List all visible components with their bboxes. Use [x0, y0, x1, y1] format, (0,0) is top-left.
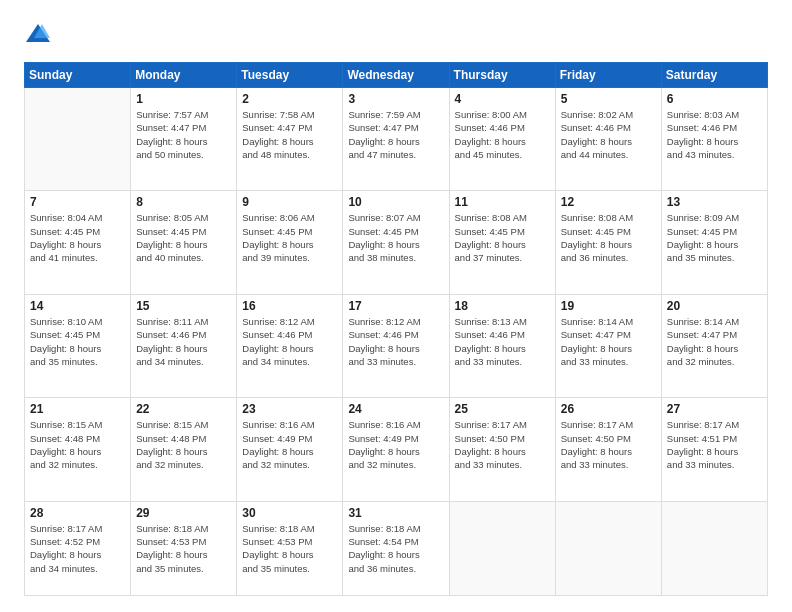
day-number: 5	[561, 92, 656, 106]
col-header-tuesday: Tuesday	[237, 63, 343, 88]
logo-icon	[24, 20, 52, 48]
calendar-week-4: 21Sunrise: 8:15 AM Sunset: 4:48 PM Dayli…	[25, 398, 768, 501]
day-number: 6	[667, 92, 762, 106]
day-info: Sunrise: 8:12 AM Sunset: 4:46 PM Dayligh…	[348, 315, 443, 368]
col-header-monday: Monday	[131, 63, 237, 88]
calendar-cell: 1Sunrise: 7:57 AM Sunset: 4:47 PM Daylig…	[131, 88, 237, 191]
day-info: Sunrise: 8:18 AM Sunset: 4:53 PM Dayligh…	[242, 522, 337, 575]
day-number: 19	[561, 299, 656, 313]
day-info: Sunrise: 8:10 AM Sunset: 4:45 PM Dayligh…	[30, 315, 125, 368]
day-info: Sunrise: 8:15 AM Sunset: 4:48 PM Dayligh…	[30, 418, 125, 471]
day-number: 22	[136, 402, 231, 416]
day-info: Sunrise: 8:16 AM Sunset: 4:49 PM Dayligh…	[348, 418, 443, 471]
calendar-cell: 8Sunrise: 8:05 AM Sunset: 4:45 PM Daylig…	[131, 191, 237, 294]
day-info: Sunrise: 8:17 AM Sunset: 4:52 PM Dayligh…	[30, 522, 125, 575]
day-info: Sunrise: 8:00 AM Sunset: 4:46 PM Dayligh…	[455, 108, 550, 161]
day-number: 1	[136, 92, 231, 106]
day-number: 8	[136, 195, 231, 209]
calendar-cell	[25, 88, 131, 191]
day-number: 14	[30, 299, 125, 313]
day-number: 29	[136, 506, 231, 520]
day-info: Sunrise: 8:17 AM Sunset: 4:50 PM Dayligh…	[561, 418, 656, 471]
day-info: Sunrise: 8:17 AM Sunset: 4:51 PM Dayligh…	[667, 418, 762, 471]
calendar-cell	[555, 501, 661, 595]
calendar-cell: 22Sunrise: 8:15 AM Sunset: 4:48 PM Dayli…	[131, 398, 237, 501]
day-number: 17	[348, 299, 443, 313]
calendar-cell: 15Sunrise: 8:11 AM Sunset: 4:46 PM Dayli…	[131, 294, 237, 397]
calendar-week-1: 1Sunrise: 7:57 AM Sunset: 4:47 PM Daylig…	[25, 88, 768, 191]
header	[24, 20, 768, 48]
day-number: 25	[455, 402, 550, 416]
calendar-cell: 28Sunrise: 8:17 AM Sunset: 4:52 PM Dayli…	[25, 501, 131, 595]
calendar-cell: 13Sunrise: 8:09 AM Sunset: 4:45 PM Dayli…	[661, 191, 767, 294]
day-number: 9	[242, 195, 337, 209]
day-info: Sunrise: 8:02 AM Sunset: 4:46 PM Dayligh…	[561, 108, 656, 161]
day-number: 18	[455, 299, 550, 313]
day-info: Sunrise: 8:14 AM Sunset: 4:47 PM Dayligh…	[561, 315, 656, 368]
day-info: Sunrise: 8:03 AM Sunset: 4:46 PM Dayligh…	[667, 108, 762, 161]
day-number: 15	[136, 299, 231, 313]
calendar-cell: 30Sunrise: 8:18 AM Sunset: 4:53 PM Dayli…	[237, 501, 343, 595]
calendar-cell: 19Sunrise: 8:14 AM Sunset: 4:47 PM Dayli…	[555, 294, 661, 397]
calendar-cell: 16Sunrise: 8:12 AM Sunset: 4:46 PM Dayli…	[237, 294, 343, 397]
day-number: 7	[30, 195, 125, 209]
col-header-sunday: Sunday	[25, 63, 131, 88]
day-info: Sunrise: 8:08 AM Sunset: 4:45 PM Dayligh…	[455, 211, 550, 264]
calendar-cell: 25Sunrise: 8:17 AM Sunset: 4:50 PM Dayli…	[449, 398, 555, 501]
col-header-saturday: Saturday	[661, 63, 767, 88]
day-info: Sunrise: 8:14 AM Sunset: 4:47 PM Dayligh…	[667, 315, 762, 368]
day-number: 3	[348, 92, 443, 106]
day-info: Sunrise: 8:11 AM Sunset: 4:46 PM Dayligh…	[136, 315, 231, 368]
logo	[24, 20, 56, 48]
calendar-cell: 4Sunrise: 8:00 AM Sunset: 4:46 PM Daylig…	[449, 88, 555, 191]
calendar-cell: 18Sunrise: 8:13 AM Sunset: 4:46 PM Dayli…	[449, 294, 555, 397]
day-number: 4	[455, 92, 550, 106]
calendar-cell: 14Sunrise: 8:10 AM Sunset: 4:45 PM Dayli…	[25, 294, 131, 397]
day-number: 30	[242, 506, 337, 520]
calendar-cell: 21Sunrise: 8:15 AM Sunset: 4:48 PM Dayli…	[25, 398, 131, 501]
day-info: Sunrise: 7:58 AM Sunset: 4:47 PM Dayligh…	[242, 108, 337, 161]
page: SundayMondayTuesdayWednesdayThursdayFrid…	[0, 0, 792, 612]
day-info: Sunrise: 8:15 AM Sunset: 4:48 PM Dayligh…	[136, 418, 231, 471]
day-info: Sunrise: 8:04 AM Sunset: 4:45 PM Dayligh…	[30, 211, 125, 264]
day-number: 31	[348, 506, 443, 520]
day-number: 26	[561, 402, 656, 416]
calendar-cell	[661, 501, 767, 595]
calendar-week-2: 7Sunrise: 8:04 AM Sunset: 4:45 PM Daylig…	[25, 191, 768, 294]
day-info: Sunrise: 8:18 AM Sunset: 4:54 PM Dayligh…	[348, 522, 443, 575]
calendar-cell: 3Sunrise: 7:59 AM Sunset: 4:47 PM Daylig…	[343, 88, 449, 191]
day-info: Sunrise: 8:06 AM Sunset: 4:45 PM Dayligh…	[242, 211, 337, 264]
calendar-header-row: SundayMondayTuesdayWednesdayThursdayFrid…	[25, 63, 768, 88]
day-info: Sunrise: 8:16 AM Sunset: 4:49 PM Dayligh…	[242, 418, 337, 471]
col-header-wednesday: Wednesday	[343, 63, 449, 88]
calendar-cell: 5Sunrise: 8:02 AM Sunset: 4:46 PM Daylig…	[555, 88, 661, 191]
calendar-cell: 10Sunrise: 8:07 AM Sunset: 4:45 PM Dayli…	[343, 191, 449, 294]
day-number: 20	[667, 299, 762, 313]
calendar-week-5: 28Sunrise: 8:17 AM Sunset: 4:52 PM Dayli…	[25, 501, 768, 595]
day-info: Sunrise: 8:18 AM Sunset: 4:53 PM Dayligh…	[136, 522, 231, 575]
day-info: Sunrise: 8:12 AM Sunset: 4:46 PM Dayligh…	[242, 315, 337, 368]
calendar-cell: 26Sunrise: 8:17 AM Sunset: 4:50 PM Dayli…	[555, 398, 661, 501]
calendar-cell: 2Sunrise: 7:58 AM Sunset: 4:47 PM Daylig…	[237, 88, 343, 191]
day-number: 13	[667, 195, 762, 209]
day-number: 27	[667, 402, 762, 416]
calendar-table: SundayMondayTuesdayWednesdayThursdayFrid…	[24, 62, 768, 596]
calendar-cell: 11Sunrise: 8:08 AM Sunset: 4:45 PM Dayli…	[449, 191, 555, 294]
day-info: Sunrise: 8:13 AM Sunset: 4:46 PM Dayligh…	[455, 315, 550, 368]
calendar-cell: 12Sunrise: 8:08 AM Sunset: 4:45 PM Dayli…	[555, 191, 661, 294]
day-info: Sunrise: 8:07 AM Sunset: 4:45 PM Dayligh…	[348, 211, 443, 264]
calendar-cell: 23Sunrise: 8:16 AM Sunset: 4:49 PM Dayli…	[237, 398, 343, 501]
day-info: Sunrise: 8:05 AM Sunset: 4:45 PM Dayligh…	[136, 211, 231, 264]
day-number: 24	[348, 402, 443, 416]
day-number: 10	[348, 195, 443, 209]
calendar-cell: 27Sunrise: 8:17 AM Sunset: 4:51 PM Dayli…	[661, 398, 767, 501]
calendar-week-3: 14Sunrise: 8:10 AM Sunset: 4:45 PM Dayli…	[25, 294, 768, 397]
day-info: Sunrise: 7:57 AM Sunset: 4:47 PM Dayligh…	[136, 108, 231, 161]
calendar-cell: 24Sunrise: 8:16 AM Sunset: 4:49 PM Dayli…	[343, 398, 449, 501]
day-info: Sunrise: 8:08 AM Sunset: 4:45 PM Dayligh…	[561, 211, 656, 264]
day-number: 21	[30, 402, 125, 416]
calendar-cell: 7Sunrise: 8:04 AM Sunset: 4:45 PM Daylig…	[25, 191, 131, 294]
day-info: Sunrise: 8:09 AM Sunset: 4:45 PM Dayligh…	[667, 211, 762, 264]
day-number: 12	[561, 195, 656, 209]
day-number: 11	[455, 195, 550, 209]
